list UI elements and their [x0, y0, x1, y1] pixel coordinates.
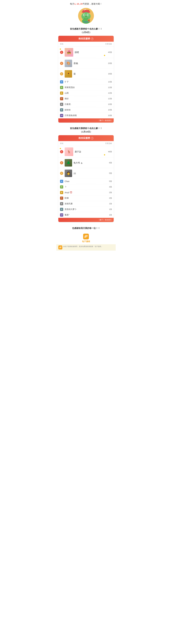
svg-point-12 — [87, 14, 88, 15]
board-title-2: 粉丝应援榜 — [79, 137, 90, 140]
normal-row-2-10: 10 毒葱° 1张 — [58, 212, 114, 218]
footer-link-2[interactable]: 《傻子》粉丝排行 — [98, 219, 112, 221]
top-row-1-2: 2 🎨 君穗. 20张 — [58, 58, 114, 69]
section-1: 首先感谢月票榜前十名的土豪！！ （1月9日） 粉丝应援榜 ? 排名 月票贡献 ✦… — [56, 26, 116, 122]
svg-point-11 — [84, 14, 85, 15]
normal-row-1-6: 6 山雨 12张 — [58, 90, 114, 96]
fan-board-2: 粉丝应援榜 ? 排名 月票贡献 ✦ 1 🦌 鹿子柒 — [58, 135, 114, 222]
rank-num-1-8: 8 — [60, 103, 63, 106]
frog-image-area — [56, 6, 116, 26]
section-1-title: 首先感谢月票榜前十名的土豪！！ （1月9日） — [56, 26, 116, 34]
normal-votes-2-8: 1张 — [109, 202, 112, 205]
rank-num-1-4: 4 — [60, 80, 63, 84]
normal-name-1-10: 日常摸鱼的喵 — [65, 114, 108, 117]
normal-name-2-9: 羡羡的大萝卜 — [65, 208, 109, 211]
normal-votes-2-5: 3张 — [109, 186, 112, 188]
normal-name-2-4: Chan — [65, 180, 109, 182]
rank-num-2-6: 6 — [60, 191, 63, 194]
board-footer-1[interactable]: 《傻子》粉丝排行 — [58, 118, 114, 122]
svg-point-14 — [88, 15, 88, 15]
normal-name-1-4: 彳亍 — [65, 80, 108, 83]
normal-row-1-4: 4 彳亍 13张 — [58, 79, 114, 85]
rank-badge-2-1: 1 — [60, 150, 63, 153]
page-wrapper: 每月1, 10, 20号更新，谢谢大噶！ — [56, 0, 116, 254]
normal-name-2-5: ？ — [65, 186, 109, 188]
col-votes-2: 月票贡献 — [102, 142, 112, 145]
rank-num-1-7: 7 — [60, 97, 63, 100]
normal-votes-2-9: 1张 — [109, 208, 112, 211]
svg-point-3 — [84, 10, 85, 10]
normal-name-2-6: Amyf ⏰ — [65, 192, 109, 194]
normal-votes-1-6: 12张 — [108, 92, 112, 94]
svg-point-16 — [85, 16, 86, 17]
svg-point-23 — [88, 20, 89, 20]
rank-num-1-5: 5 — [60, 86, 63, 89]
user-name-1-2: 君穗. — [74, 62, 105, 65]
section-2: 首先感谢月票榜前十名的土豪！！ （1月10日） 粉丝应援榜 ? 排名 月票贡献 … — [56, 125, 116, 222]
normal-row-1-10: 10 日常摸鱼的喵 10张 — [58, 113, 114, 118]
bottom-notice: 🥟 由包子漫画收集整理，更多免费漫画请搜索「包子漫画」 — [56, 244, 116, 250]
svg-point-13 — [84, 15, 85, 15]
votes-2-1: 48张 — [105, 150, 112, 153]
rank-badge-1-1: 1 — [60, 51, 63, 54]
question-icon-2[interactable]: ? — [91, 137, 93, 140]
top-row-2-2: 2 🌲 兔大爷 ぁ 6张 — [58, 158, 114, 168]
normal-name-1-5: 简箐英惣妇 — [65, 86, 108, 89]
rank-num-2-9: 9 — [60, 208, 63, 211]
user-name-1-1: 甜橙 — [75, 51, 105, 54]
board-footer-2[interactable]: 《傻子》粉丝排行 — [58, 218, 114, 222]
user-name-1-3: 葵 — [74, 72, 105, 75]
top-row-2-3: 3 👩 22 5张 — [58, 168, 114, 178]
announcement: 每月1, 10, 20号更新，谢谢大噶！ — [56, 0, 116, 6]
rank-num-1-6: 6 — [60, 92, 63, 95]
normal-row-2-4: 4 Chan 5张 — [58, 178, 114, 184]
rank-num-1-9: 9 — [60, 108, 63, 112]
normal-row-2-9: 9 羡羡的大萝卜 1张 — [58, 206, 114, 212]
col-header-1: 排名 月票贡献 — [58, 42, 114, 46]
avatar-2-2: 🌲 — [65, 159, 72, 166]
sparkle-tl-2: ✦ — [59, 147, 62, 150]
svg-rect-1 — [83, 10, 89, 12]
normal-votes-1-9: 10张 — [108, 109, 112, 111]
normal-row-1-9: 9 娃哈哈 10张 — [58, 107, 114, 113]
question-icon-1[interactable]: ? — [91, 38, 93, 40]
top-row-1-3: 3 🌻 葵 16张 — [58, 69, 114, 79]
normal-votes-1-10: 10张 — [108, 114, 112, 117]
normal-name-2-8: 攻德无量 — [65, 202, 109, 205]
frog-svg — [78, 8, 94, 24]
user-name-2-2: 兔大爷 ぁ — [74, 162, 105, 164]
normal-votes-2-6: 2张 — [109, 191, 112, 194]
rank-num-2-4: 4 — [60, 180, 63, 183]
rank-badge-1-3: 3 — [60, 72, 63, 76]
brand-name: 包子漫画 — [82, 240, 90, 243]
notice-text: 由包子漫画收集整理，更多免费漫画请搜索「包子漫画」 — [63, 246, 103, 248]
announcement-suffix: 号更新，谢谢大噶！ — [83, 2, 102, 5]
svg-point-5 — [85, 9, 86, 10]
announcement-highlight: 1, 10, 20 — [74, 2, 83, 5]
normal-votes-1-8: 10张 — [108, 103, 112, 106]
svg-point-24 — [89, 20, 89, 20]
avatar-1-1: 💑 — [65, 48, 73, 56]
normal-name-1-6: 山雨 — [65, 92, 108, 94]
votes-2-2: 6张 — [105, 162, 112, 164]
avatar-1-2: 🎨 — [65, 60, 72, 67]
sparkle-br-2: ✦ — [103, 153, 106, 156]
thanks-line: 也感谢给我月票的每一位！！ — [56, 224, 116, 231]
col-header-2: 排名 月票贡献 — [58, 141, 114, 146]
svg-point-22 — [88, 20, 89, 21]
col-rank-1: 排名 — [60, 43, 65, 45]
normal-row-2-5: 5 ？ 3张 — [58, 184, 114, 190]
user-name-2-3: 22 — [74, 172, 105, 174]
bottom-brand: 🥟 包子漫画 — [56, 231, 116, 244]
board-header-2: 粉丝应援榜 ? — [58, 135, 114, 141]
normal-name-2-10: 毒葱° — [65, 214, 109, 216]
footer-link-1[interactable]: 《傻子》粉丝排行 — [98, 120, 112, 122]
col-votes-1: 月票贡献 — [102, 43, 112, 45]
sparkle-tl-1: ✦ — [59, 48, 62, 51]
top-row-1-1: ✦ 1 💑 甜橙 45张 ✦ — [58, 46, 114, 58]
votes-2-3: 5张 — [105, 172, 112, 174]
normal-row-1-8: 8 日暮里. 10张 — [58, 102, 114, 107]
announcement-prefix: 每月 — [70, 2, 74, 5]
frog-avatar — [78, 8, 94, 24]
normal-votes-1-7: 12张 — [108, 98, 112, 100]
